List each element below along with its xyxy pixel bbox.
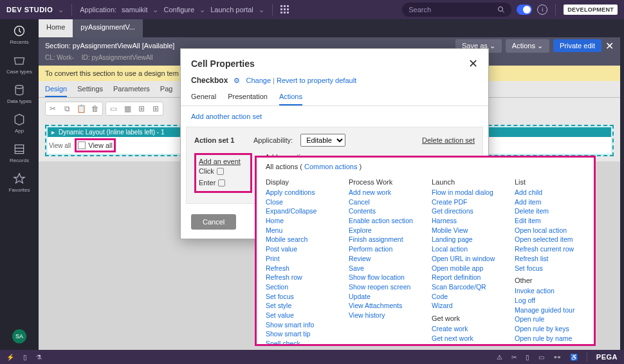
action-link[interactable]: Mobile View xyxy=(432,226,502,235)
modal-tab-presentation[interactable]: Presentation xyxy=(228,89,268,105)
action-link[interactable]: Open assignment xyxy=(432,343,502,346)
action-link[interactable]: Log off xyxy=(515,296,585,305)
glasses-icon[interactable]: 👓 xyxy=(553,354,561,361)
action-link[interactable]: Edit item xyxy=(515,216,585,226)
cut-icon[interactable]: ✂ xyxy=(46,102,60,115)
action-link[interactable]: Spell check xyxy=(266,339,336,346)
gear-icon[interactable]: ⚙ xyxy=(234,77,240,84)
tab-design[interactable]: Design xyxy=(45,85,67,97)
apps-grid-icon[interactable] xyxy=(280,5,289,14)
action-link[interactable]: Update xyxy=(349,292,419,302)
bolt-icon[interactable]: ⚡ xyxy=(6,354,14,361)
checkbox-icon[interactable] xyxy=(78,141,86,149)
action-link[interactable]: Refresh row xyxy=(266,273,336,282)
action-link[interactable]: Expand/Collapse xyxy=(266,206,336,216)
actions-button[interactable]: Actions ⌄ xyxy=(506,39,549,53)
action-link[interactable]: Manage guided tour xyxy=(515,305,585,315)
action-link[interactable]: Create work xyxy=(432,324,502,334)
layout-icon[interactable]: ▭ xyxy=(106,102,120,115)
action-link[interactable]: Save xyxy=(349,264,419,273)
common-actions-link[interactable]: Common actions xyxy=(304,163,358,170)
action-link[interactable]: Delete item xyxy=(515,206,585,216)
action-link[interactable]: Section xyxy=(266,282,336,292)
trash-icon[interactable] xyxy=(217,168,224,175)
action-link[interactable]: Open rule by keys xyxy=(515,324,585,334)
modal-close-icon[interactable]: ✕ xyxy=(468,57,478,71)
highlighted-checkbox-cell[interactable]: View all xyxy=(75,138,116,152)
action-link[interactable]: Open URL in window xyxy=(432,254,502,264)
grid-icon[interactable]: ▦ xyxy=(120,102,134,115)
action-link[interactable]: Close xyxy=(266,197,336,207)
tab-settings[interactable]: Settings xyxy=(77,85,103,97)
action-link[interactable]: Flow in modal dialog xyxy=(432,188,502,197)
info-icon[interactable]: i xyxy=(537,5,547,15)
private-edit-button[interactable]: Private edit xyxy=(553,39,601,52)
action-link[interactable]: Wizard xyxy=(432,301,502,311)
action-link[interactable]: Cancel xyxy=(349,197,419,207)
action-link[interactable]: View Attachments xyxy=(349,301,419,311)
revert-link[interactable]: Revert to property default xyxy=(277,77,356,84)
action-link[interactable]: Contents xyxy=(349,206,419,216)
chat-icon[interactable]: ▭ xyxy=(538,354,544,361)
toggle-switch[interactable] xyxy=(517,5,532,15)
paste-icon[interactable]: 📋 xyxy=(74,102,88,115)
modal-tab-actions[interactable]: Actions xyxy=(279,89,302,105)
action-link[interactable]: Get directions xyxy=(432,206,502,216)
delete-action-set-link[interactable]: Delete action set xyxy=(422,136,475,144)
action-link[interactable]: Refresh list xyxy=(515,254,585,264)
application-name[interactable]: samuikit xyxy=(122,6,147,14)
accessibility-icon[interactable]: ♿ xyxy=(570,354,578,361)
action-link[interactable]: Finish assignment xyxy=(349,235,419,244)
action-link[interactable]: Report definition xyxy=(432,273,502,282)
tab-pyassignment[interactable]: pyAssignmentV... xyxy=(73,19,143,37)
action-link[interactable]: View history xyxy=(349,311,419,320)
action-link[interactable]: Get next work xyxy=(432,334,502,343)
nav-recents[interactable]: Recents xyxy=(10,24,28,45)
change-link[interactable]: Change xyxy=(246,77,271,84)
action-link[interactable]: Show reopen screen xyxy=(349,282,419,292)
action-link[interactable]: Invoke action xyxy=(515,286,585,296)
nav-data-types[interactable]: Data types xyxy=(7,84,32,104)
nav-favorites[interactable]: Favorites xyxy=(9,172,30,193)
copy-icon[interactable]: ⧉ xyxy=(60,102,74,115)
chevron-down-icon[interactable]: ⌄ xyxy=(58,6,64,14)
tab-pages[interactable]: Pag xyxy=(160,85,173,97)
action-link[interactable]: Local action xyxy=(432,244,502,254)
close-icon[interactable]: ✕ xyxy=(605,40,614,52)
insert2-icon[interactable]: ⊞ xyxy=(149,102,163,115)
modal-tab-general[interactable]: General xyxy=(191,89,216,105)
event-click[interactable]: Click xyxy=(199,167,214,175)
action-link[interactable]: Print xyxy=(266,254,336,264)
tab-home[interactable]: Home xyxy=(39,19,73,37)
search-input[interactable]: Search xyxy=(402,3,511,17)
user-avatar[interactable]: SA xyxy=(12,329,26,343)
action-link[interactable]: Perform action xyxy=(349,244,419,254)
action-link[interactable]: Harness xyxy=(432,216,502,226)
action-link[interactable]: Apply conditions xyxy=(266,188,336,197)
add-event-link[interactable]: Add an event xyxy=(199,158,248,165)
action-link[interactable]: Add item xyxy=(515,197,585,207)
action-link[interactable]: Add new work xyxy=(349,188,419,197)
action-link[interactable]: Set focus xyxy=(515,264,585,273)
tab-parameters[interactable]: Parameters xyxy=(113,85,150,97)
action-link[interactable]: Set style xyxy=(266,301,336,311)
action-link[interactable]: Set value xyxy=(266,311,336,320)
action-link[interactable]: Open local action xyxy=(515,226,585,235)
action-link[interactable]: Home xyxy=(266,216,336,226)
action-link[interactable]: Show smart info xyxy=(266,320,336,330)
configure-menu[interactable]: Configure xyxy=(163,6,194,14)
nav-app[interactable]: App xyxy=(13,113,26,134)
warning-icon[interactable]: ⚠ xyxy=(497,354,502,361)
applicability-select[interactable]: Editable xyxy=(300,134,345,147)
launch-portal-menu[interactable]: Launch portal xyxy=(210,6,253,14)
insert-icon[interactable]: ⊞ xyxy=(134,102,149,115)
action-link[interactable]: Enable action section xyxy=(349,216,419,226)
action-link[interactable]: Create PDF xyxy=(432,197,502,207)
action-link[interactable]: Scan Barcode/QR Code xyxy=(432,282,502,301)
action-link[interactable]: Review xyxy=(349,254,419,264)
action-link[interactable]: Open rule by name xyxy=(515,334,585,343)
action-link[interactable]: Explore xyxy=(349,226,419,235)
action-link[interactable]: Run activity xyxy=(515,343,585,346)
nav-case-types[interactable]: Case types xyxy=(6,54,32,75)
flask-icon[interactable]: ⚗ xyxy=(36,354,42,361)
